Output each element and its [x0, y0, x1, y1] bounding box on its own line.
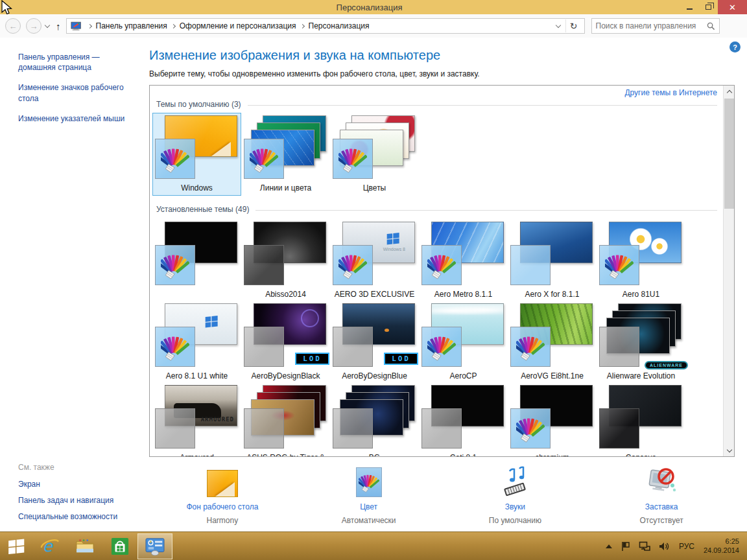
breadcrumb-appearance[interactable]: Оформление и персонализация	[180, 21, 296, 30]
breadcrumb-separator-icon	[171, 23, 176, 28]
theme-item-bg[interactable]: BG	[330, 382, 419, 457]
restore-button[interactable]	[699, 0, 718, 14]
start-button[interactable]	[0, 533, 32, 559]
theme-item-lines-and-colors[interactable]: Линии и цвета	[241, 113, 330, 196]
alienware-badge: ALIENWARE	[645, 361, 688, 369]
theme-label: chromium	[510, 453, 594, 457]
main-content: Изменение изображения и звука на компьют…	[148, 38, 747, 525]
theme-swatch-icon	[155, 327, 195, 367]
recent-pages-chevron-icon[interactable]	[45, 23, 50, 28]
theme-swatch-icon	[155, 139, 195, 179]
navigation-toolbar: ← → ↑ Панель управления Оформление и пер…	[0, 14, 747, 38]
address-bar[interactable]: Панель управления Оформление и персонали…	[66, 18, 585, 34]
windows-logo-icon	[204, 314, 219, 329]
theme-item-aero-3d-exclusive[interactable]: Windows 8 AERO 3D EXCLUSIVE	[330, 219, 419, 302]
theme-swatch-icon	[599, 245, 639, 285]
sounds-setting[interactable]: Звуки По умолчанию	[442, 465, 589, 525]
theme-item-aero-81u1[interactable]: Aero 81U1	[597, 219, 685, 302]
theme-item-abisso2014[interactable]: Abisso2014	[241, 219, 330, 302]
up-button[interactable]: ↑	[56, 21, 61, 32]
theme-label: BG	[333, 453, 416, 457]
setting-value: Отсутствует	[639, 516, 683, 525]
theme-item-alienware-evolution[interactable]: ALIENWARE Alienware Evolution	[597, 301, 685, 384]
search-icon[interactable]	[707, 22, 715, 30]
action-center-flag-icon[interactable]	[621, 541, 631, 552]
theme-label: ASUS ROG by Tiger &	[244, 453, 327, 457]
sidebar-link-display[interactable]: Экран	[18, 480, 138, 489]
sidebar-link-taskbar[interactable]: Панель задач и навигация	[18, 496, 138, 505]
theme-label: Windows	[155, 183, 239, 193]
theme-overlay-icon	[244, 408, 284, 449]
address-dropdown-chevron-icon[interactable]	[556, 23, 561, 28]
setting-label[interactable]: Заставка	[645, 502, 678, 511]
group-header-installed-themes: Установленные темы (49)	[156, 205, 717, 214]
breadcrumb-control-panel[interactable]: Панель управления	[96, 21, 167, 30]
theme-item-aero-x[interactable]: Aero X for 8.1.1	[508, 219, 597, 302]
search-input[interactable]	[596, 21, 707, 30]
scroll-down-button[interactable]	[724, 445, 735, 456]
screensaver-setting[interactable]: Заставка Отсутствует	[588, 465, 735, 525]
theme-item-armoured[interactable]: ARMOURED Armoured	[152, 382, 241, 457]
minimize-button[interactable]	[680, 0, 699, 14]
taskbar-control-panel-active[interactable]	[137, 533, 172, 559]
sidebar-link-mouse-pointers[interactable]: Изменение указателей мыши	[18, 113, 138, 124]
more-themes-online-link[interactable]: Другие темы в Интернете	[624, 88, 717, 97]
theme-overlay-icon	[155, 408, 195, 449]
desktop-background-setting[interactable]: Фон рабочего стола Harmony	[149, 465, 296, 525]
theme-item-concave[interactable]: Concave	[597, 382, 685, 457]
theme-label: Линии и цвета	[244, 183, 327, 193]
setting-label[interactable]: Цвет	[360, 502, 377, 511]
wallpaper-caption: Windows 8	[383, 247, 405, 251]
sidebar-link-control-panel-home[interactable]: Панель управления — домашняя страница	[18, 52, 138, 73]
setting-label[interactable]: Фон рабочего стола	[186, 502, 258, 511]
window-title: Персонализация	[58, 3, 680, 12]
language-indicator[interactable]: РУС	[679, 542, 694, 551]
taskbar-internet-explorer[interactable]: e	[32, 533, 67, 559]
taskbar-file-explorer[interactable]	[67, 533, 102, 559]
theme-item-windows[interactable]: Windows	[152, 113, 241, 196]
scrollbar-thumb[interactable]	[724, 99, 734, 209]
theme-label: Aero X for 8.1.1	[510, 290, 594, 299]
theme-item-ceti[interactable]: Ceti 8.1	[419, 382, 508, 457]
theme-overlay-icon	[421, 408, 462, 449]
breadcrumb-personalization[interactable]: Персонализация	[309, 21, 370, 30]
theme-item-aerovg[interactable]: AeroVG Ei8ht.1ne	[508, 301, 597, 384]
forward-button[interactable]: →	[26, 18, 42, 34]
theme-item-aerocp[interactable]: AeroCP	[419, 301, 508, 384]
theme-label: Armoured	[155, 453, 239, 457]
close-button[interactable]: ✕	[718, 0, 747, 14]
color-setting[interactable]: Цвет Автоматически	[296, 465, 442, 525]
personalization-icon	[71, 21, 82, 31]
theme-label: Aero Metro 8.1.1	[421, 290, 505, 299]
theme-label: Aero 81U1	[599, 290, 683, 299]
theme-item-aerobydesignblue[interactable]: LOD AeroByDesignBlue	[330, 301, 419, 384]
setting-label[interactable]: Звуки	[505, 502, 525, 511]
scroll-up-button[interactable]	[724, 86, 735, 97]
theme-item-aero-81-u1-white[interactable]: Aero 8.1 U1 white	[152, 301, 241, 384]
sidebar-link-desktop-icons[interactable]: Изменение значков рабочего стола	[18, 82, 138, 103]
search-box[interactable]	[591, 18, 720, 34]
taskbar-clock[interactable]: 6:25 24.09.2014	[704, 537, 739, 555]
theme-item-unnamed[interactable]	[152, 219, 241, 302]
volume-icon[interactable]	[658, 541, 670, 552]
theme-label: Ceti 8.1	[421, 453, 505, 457]
taskbar-store[interactable]	[102, 533, 137, 559]
theme-list-scrollbar[interactable]	[723, 86, 734, 456]
refresh-button[interactable]: ↻	[565, 19, 582, 32]
back-button[interactable]: ←	[5, 18, 21, 34]
show-hidden-icons-button[interactable]	[605, 544, 613, 549]
theme-item-flowers[interactable]: Цветы	[330, 113, 419, 196]
network-icon[interactable]	[639, 541, 650, 552]
taskbar: e	[0, 531, 747, 560]
theme-item-chromium[interactable]: chromium	[508, 382, 597, 457]
theme-item-asus-rog[interactable]: ASUS ROG by Tiger &	[241, 382, 330, 457]
sidebar-link-ease-of-access[interactable]: Специальные возможности	[18, 512, 138, 521]
theme-label: AERO 3D EXCLUSIVE	[333, 290, 416, 299]
title-bar: Персонализация ✕	[0, 0, 747, 14]
sounds-icon	[498, 465, 532, 497]
theme-label: AeroByDesignBlue	[333, 371, 416, 381]
theme-label: AeroCP	[421, 371, 505, 381]
theme-item-aerobydesignblack[interactable]: LOD AeroByDesignBlack	[241, 301, 330, 384]
theme-item-aero-metro[interactable]: Aero Metro 8.1.1	[419, 219, 508, 302]
theme-label	[155, 290, 239, 299]
